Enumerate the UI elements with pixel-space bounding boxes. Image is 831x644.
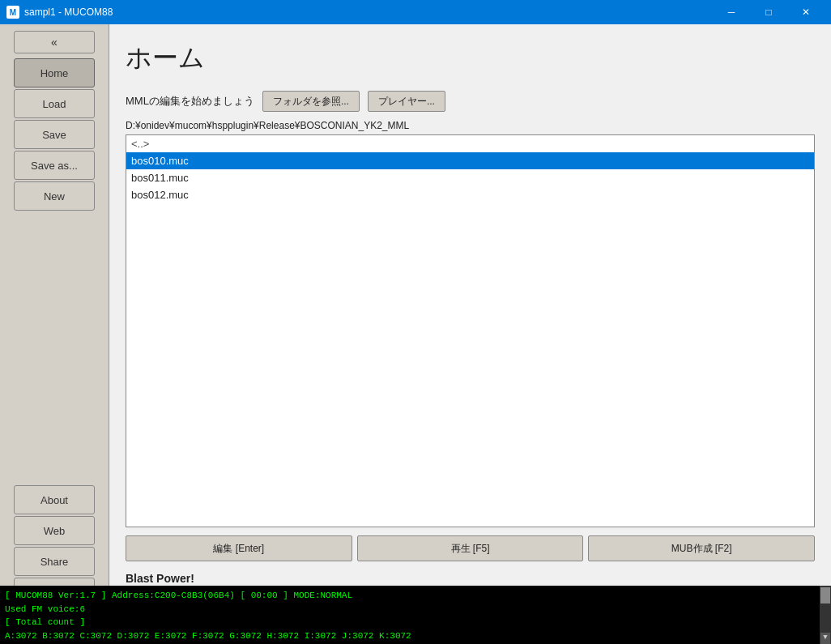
window-controls: ─ □ ✕ — [713, 0, 825, 24]
sidebar-item-about[interactable]: About — [14, 485, 95, 514]
status-line-4: A:3072 B:3072 C:3072 D:3072 E:3072 F:307… — [5, 629, 826, 643]
file-list-container[interactable]: <..> bos010.muc bos011.muc bos012.muc — [126, 134, 815, 527]
file-item-parent[interactable]: <..> — [126, 135, 814, 152]
sidebar: « Home Load Save Save as... New About We… — [0, 24, 109, 644]
file-list: <..> bos010.muc bos011.muc bos012.muc — [126, 135, 814, 203]
current-path: D:¥onidev¥mucom¥hspplugin¥Release¥BOSCON… — [126, 120, 815, 131]
scrollbar-thumb — [820, 587, 830, 603]
mub-button[interactable]: MUB作成 [F2] — [588, 535, 815, 561]
sidebar-item-save[interactable]: Save — [14, 120, 95, 149]
content-area: ホーム MMLの編集を始めましょう フォルダを参照... プレイヤー... D:… — [109, 24, 831, 644]
close-button[interactable]: ✕ — [787, 0, 825, 24]
toolbar-row: MMLの編集を始めましょう フォルダを参照... プレイヤー... — [126, 91, 815, 112]
toolbar-description: MMLの編集を始めましょう — [126, 94, 254, 109]
sidebar-item-web[interactable]: Web — [14, 516, 95, 545]
sidebar-item-share[interactable]: Share — [14, 547, 95, 576]
status-line-3: [ Total count ] — [5, 616, 826, 629]
window-title: sampl1 - MUCOM88 — [24, 6, 713, 18]
status-scrollbar[interactable]: ▼ — [820, 586, 831, 644]
action-buttons: 編集 [Enter] 再生 [F5] MUB作成 [F2] — [126, 535, 815, 561]
play-button[interactable]: 再生 [F5] — [357, 535, 584, 561]
file-item-bos010[interactable]: bos010.muc — [126, 152, 814, 169]
file-item-bos012[interactable]: bos012.muc — [126, 186, 814, 203]
app-icon: M — [6, 6, 19, 19]
sidebar-item-new[interactable]: New — [14, 181, 95, 211]
maximize-button[interactable]: □ — [750, 0, 787, 24]
sidebar-item-home[interactable]: Home — [14, 58, 95, 87]
folder-browse-button[interactable]: フォルダを参照... — [262, 91, 360, 112]
status-line-2: Used FM voice:6 — [5, 603, 826, 616]
sidebar-item-load[interactable]: Load — [14, 89, 95, 118]
player-button[interactable]: プレイヤー... — [368, 91, 445, 112]
file-item-bos011[interactable]: bos011.muc — [126, 169, 814, 186]
edit-button[interactable]: 編集 [Enter] — [126, 535, 352, 561]
page-title: ホーム — [126, 41, 815, 76]
status-line-1: [ MUCOM88 Ver:1.7 ] Address:C200-C8B3(06… — [5, 589, 826, 603]
titlebar: M sampl1 - MUCOM88 ─ □ ✕ — [0, 0, 831, 24]
scrollbar-arrow-down[interactable]: ▼ — [820, 633, 830, 644]
status-bar: [ MUCOM88 Ver:1.7 ] Address:C200-C8B3(06… — [0, 586, 831, 644]
minimize-button[interactable]: ─ — [713, 0, 750, 24]
main-container: « Home Load Save Save as... New About We… — [0, 24, 831, 644]
sidebar-collapse-button[interactable]: « — [14, 31, 95, 53]
sidebar-item-save-as[interactable]: Save as... — [14, 151, 95, 180]
